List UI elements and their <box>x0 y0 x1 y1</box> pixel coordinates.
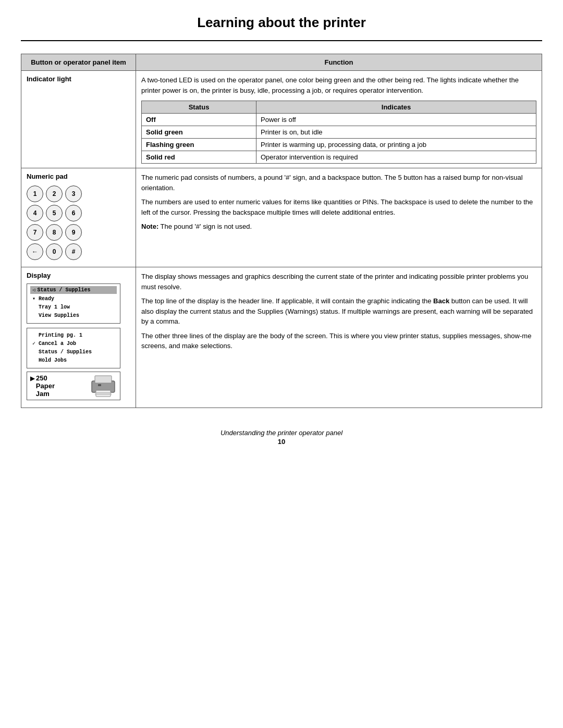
numeric-pad-label: Numeric pad <box>27 172 130 180</box>
screen3-label1: Paper <box>30 382 90 390</box>
numpad-key-3[interactable]: 3 <box>65 186 82 202</box>
screen1-line1: ▾ Ready <box>32 295 115 303</box>
numpad-para-1: The numeric pad consists of numbers, a p… <box>141 172 536 193</box>
note-label: Note: <box>141 223 158 230</box>
status-off: Off <box>142 114 256 126</box>
svg-rect-3 <box>98 384 101 386</box>
table-row: Off Power is off <box>142 114 536 126</box>
display-para-3: The other three lines of the display are… <box>141 331 536 351</box>
svg-rect-4 <box>95 392 112 393</box>
numpad-key-7[interactable]: 7 <box>27 224 43 241</box>
table-row: Flashing green Printer is warming up, pr… <box>142 139 536 151</box>
page-title: Learning about the printer <box>21 15 542 31</box>
display-screen-3: ▶ 250 Paper Jam <box>27 372 120 400</box>
numpad-key-9[interactable]: 9 <box>65 224 82 241</box>
indicates-off: Power is off <box>256 114 536 126</box>
numpad-key-back[interactable]: ← <box>27 243 43 260</box>
numpad-note: Note: The pound '#' sign is not used. <box>141 221 536 232</box>
numpad-key-1[interactable]: 1 <box>27 186 43 202</box>
screen1-line2: Tray 1 low <box>32 303 115 312</box>
col2-header: Function <box>136 54 542 71</box>
display-screen-1-container: ◁ Status / Supplies ▾ Ready Tray 1 low V… <box>27 283 130 324</box>
indicates-solid-red: Operator intervention is required <box>256 151 536 164</box>
table-row: Display ◁ Status / Supplies ▾ Ready Tray… <box>21 267 542 408</box>
table-row: Numeric pad 1 2 3 4 5 6 7 8 <box>21 168 542 267</box>
indicator-description: A two-toned LED is used on the operator … <box>141 75 536 95</box>
screen3-label2: Jam <box>30 390 90 398</box>
status-table: Status Indicates Off Power is off Solid … <box>141 101 536 164</box>
numpad-key-pound[interactable]: # <box>65 243 82 260</box>
indicator-light-label: Indicator light <box>21 71 136 168</box>
display-screen3-text: ▶ 250 Paper Jam <box>30 374 90 398</box>
numpad-para-2: The numbers are used to enter numeric va… <box>141 197 536 217</box>
numpad-key-6[interactable]: 6 <box>65 205 82 221</box>
screen2-line4: Hold Jobs <box>32 356 115 365</box>
table-row: Solid red Operator intervention is requi… <box>142 151 536 164</box>
note-text: The pound '#' sign is not used. <box>161 223 252 230</box>
status-solid-green: Solid green <box>142 126 256 139</box>
numpad-key-0[interactable]: 0 <box>46 243 63 260</box>
status-col-header: Status <box>142 101 256 114</box>
page-title-section: Learning about the printer <box>21 0 542 41</box>
table-row: Solid green Printer is on, but idle <box>142 126 536 139</box>
page-footer: Understanding the printer operator panel… <box>21 429 542 446</box>
display-screen-2-container: Printing pg. 1 ✓ Cancel a Job Status / S… <box>27 328 130 368</box>
display-cell: Display ◁ Status / Supplies ▾ Ready Tray… <box>21 267 136 408</box>
display-screen-1: ◁ Status / Supplies ▾ Ready Tray 1 low V… <box>27 283 120 324</box>
indicates-solid-green: Printer is on, but idle <box>256 126 536 139</box>
indicates-flashing-green: Printer is warming up, processing data, … <box>256 139 536 151</box>
numpad-row-4: ← 0 # <box>27 243 130 260</box>
display-para-2: The top line of the display is the heade… <box>141 296 536 327</box>
numpad-key-5[interactable]: 5 <box>46 205 63 221</box>
screen1-body: ▾ Ready Tray 1 low View Supplies <box>30 294 117 321</box>
display-screen-2: Printing pg. 1 ✓ Cancel a Job Status / S… <box>27 328 120 368</box>
display-content: The display shows messages and graphics … <box>136 267 542 408</box>
numeric-pad-cell: Numeric pad 1 2 3 4 5 6 7 8 <box>21 168 136 267</box>
screen3-arrow: ▶ 250 <box>30 374 90 382</box>
numpad-key-2[interactable]: 2 <box>46 186 63 202</box>
svg-rect-1 <box>95 376 112 383</box>
numeric-pad-content: The numeric pad consists of numbers, a p… <box>136 168 542 267</box>
display-para-1: The display shows messages and graphics … <box>141 272 536 292</box>
back-bold: Back <box>433 297 449 305</box>
col1-header: Button or operator panel item <box>21 54 136 71</box>
indicator-light-content: A two-toned LED is used on the operator … <box>136 71 542 168</box>
table-row: Indicator light A two-toned LED is used … <box>21 71 542 168</box>
footer-page-number: 10 <box>21 438 542 446</box>
screen2-line1: Printing pg. 1 <box>32 331 115 340</box>
numpad-visual: 1 2 3 4 5 6 7 8 9 ← <box>27 186 130 260</box>
main-content-table: Button or operator panel item Function I… <box>21 54 542 408</box>
printer-icon <box>90 375 117 398</box>
screen1-line3: View Supplies <box>32 312 115 320</box>
screen2-line2: ✓ Cancel a Job <box>32 340 115 348</box>
status-solid-red: Solid red <box>142 151 256 164</box>
screen2-line3: Status / Supplies <box>32 348 115 356</box>
screen1-header: ◁ Status / Supplies <box>30 286 117 294</box>
status-flashing-green: Flashing green <box>142 139 256 151</box>
numpad-key-4[interactable]: 4 <box>27 205 43 221</box>
screen1-header-icon: ◁ <box>32 287 35 293</box>
footer-caption: Understanding the printer operator panel <box>221 429 342 437</box>
screen1-header-text: Status / Supplies <box>37 287 90 293</box>
screen2-body: Printing pg. 1 ✓ Cancel a Job Status / S… <box>30 330 117 366</box>
numpad-row-1: 1 2 3 <box>27 186 130 202</box>
indicates-col-header: Indicates <box>256 101 536 114</box>
numpad-key-8[interactable]: 8 <box>46 224 63 241</box>
numpad-row-3: 7 8 9 <box>27 224 130 241</box>
numpad-row-2: 4 5 6 <box>27 205 130 221</box>
display-label: Display <box>27 272 130 279</box>
